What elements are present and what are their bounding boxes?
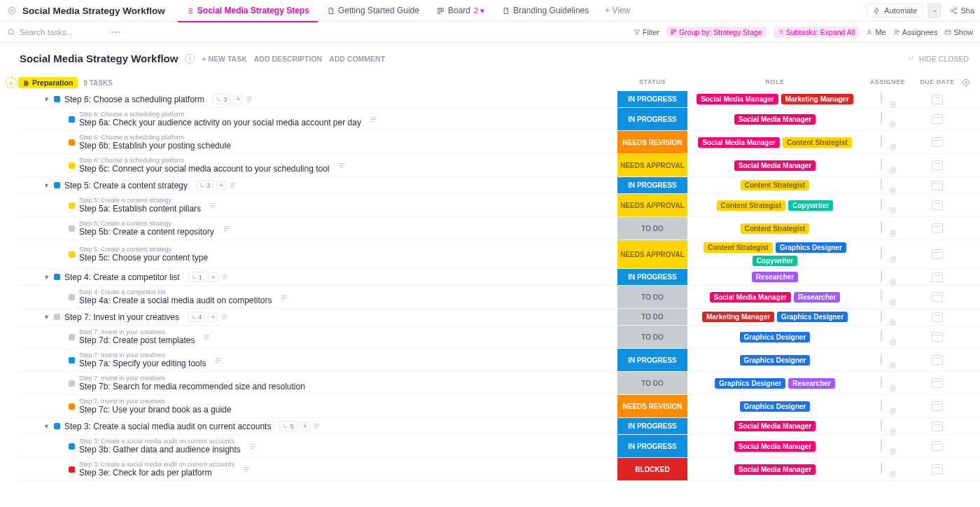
task-row[interactable]: ▼Step 5: Create a content strategy 3 + I…	[18, 177, 980, 194]
share-button[interactable]: Sha	[946, 6, 974, 15]
add-subtask-button[interactable]: +	[208, 312, 218, 322]
assignee-placeholder-icon[interactable]: +	[881, 247, 895, 261]
assignee-placeholder-icon[interactable]: +	[881, 330, 895, 344]
assignee-placeholder-icon[interactable]: +	[881, 221, 895, 235]
task-main-cell[interactable]: Step 5: Create a content strategy Step 5…	[18, 194, 617, 216]
description-icon[interactable]	[249, 443, 257, 450]
description-icon[interactable]	[243, 466, 251, 473]
assignee-placeholder-icon[interactable]: +	[881, 399, 895, 413]
due-date-cell[interactable]	[913, 435, 962, 457]
assignee-cell[interactable]: +	[862, 326, 913, 348]
status-cell[interactable]: IN PROGRESS	[617, 435, 687, 457]
task-title[interactable]: Step 3: Create a social media audit on c…	[64, 422, 272, 431]
role-tag[interactable]: Graphics Designer	[740, 332, 811, 342]
role-tag[interactable]: Content Strategist	[741, 223, 810, 234]
status-cell[interactable]: IN PROGRESS	[617, 349, 687, 371]
due-date-cell[interactable]	[913, 240, 962, 268]
role-tag[interactable]: Social Media Manager	[734, 114, 816, 125]
automate-button[interactable]: Automate	[867, 4, 923, 18]
task-main-cell[interactable]: Step 7: Invest in your creatives Step 7b…	[18, 372, 617, 394]
calendar-icon[interactable]	[932, 114, 943, 124]
role-tag[interactable]: Copywriter	[788, 200, 833, 211]
due-date-cell[interactable]	[913, 177, 962, 193]
description-icon[interactable]	[203, 333, 211, 341]
description-icon[interactable]	[214, 356, 222, 364]
status-square-icon[interactable]	[69, 380, 75, 387]
add-subtask-button[interactable]: +	[300, 422, 310, 431]
status-square-icon[interactable]	[54, 96, 60, 102]
role-tag[interactable]: Researcher	[794, 292, 840, 303]
tab-social-media-strategy-steps[interactable]: Social Media Strategy Steps	[178, 0, 318, 22]
expand-caret-icon[interactable]: ▼	[43, 96, 50, 103]
task-main-cell[interactable]: ▼Step 5: Create a content strategy 3 +	[18, 177, 617, 193]
task-main-cell[interactable]: Step 7: Invest in your creatives Step 7c…	[18, 395, 617, 417]
assignee-placeholder-icon[interactable]: +	[881, 92, 895, 106]
status-cell[interactable]: NEEDS REVISION	[617, 131, 687, 153]
assignee-placeholder-icon[interactable]: +	[881, 419, 895, 433]
settings-icon[interactable]	[6, 4, 18, 17]
role-cell[interactable]: Social Media Manager	[687, 458, 862, 480]
task-main-cell[interactable]: Step 7: Invest in your creatives Step 7d…	[18, 326, 617, 348]
status-square-icon[interactable]	[69, 251, 75, 258]
calendar-icon[interactable]	[932, 332, 943, 342]
role-tag[interactable]: Content Strategist	[704, 242, 773, 253]
calendar-icon[interactable]	[932, 312, 943, 322]
due-date-cell[interactable]	[913, 269, 962, 285]
task-title[interactable]: Step 4: Create a competitor list	[64, 272, 180, 282]
expand-caret-icon[interactable]: ▼	[43, 423, 50, 430]
assignee-placeholder-icon[interactable]: +	[881, 198, 895, 212]
assignee-placeholder-icon[interactable]: +	[881, 179, 895, 193]
due-date-cell[interactable]	[913, 458, 962, 480]
assignee-cell[interactable]: +	[862, 435, 913, 457]
calendar-icon[interactable]	[932, 137, 943, 147]
status-cell[interactable]: IN PROGRESS	[617, 91, 687, 107]
assignee-placeholder-icon[interactable]: +	[881, 112, 895, 126]
assignee-cell[interactable]: +	[862, 418, 913, 434]
task-title[interactable]: Step 5a: Establish content pillars	[79, 204, 201, 214]
assignee-cell[interactable]: +	[862, 458, 913, 480]
task-main-cell[interactable]: Step 3: Create a social media audit on c…	[18, 435, 617, 457]
task-main-cell[interactable]: Step 6: Choose a scheduling platform Ste…	[18, 131, 617, 153]
description-icon[interactable]	[338, 162, 346, 169]
status-square-icon[interactable]	[69, 139, 75, 146]
expand-caret-icon[interactable]: ▼	[43, 274, 50, 281]
due-date-cell[interactable]	[913, 349, 962, 371]
role-cell[interactable]: Content StrategistGraphics DesignerCopyw…	[687, 240, 862, 268]
description-icon[interactable]	[223, 225, 230, 232]
task-title[interactable]: Step 7b: Search for media recommended si…	[79, 382, 305, 391]
assignee-placeholder-icon[interactable]: +	[881, 135, 895, 149]
add-description-button[interactable]: ADD DESCRIPTION	[254, 55, 322, 63]
subtask-row[interactable]: Step 5: Create a content strategy Step 5…	[18, 194, 980, 217]
calendar-icon[interactable]	[932, 160, 943, 170]
automate-dropdown[interactable]	[927, 3, 941, 18]
role-cell[interactable]: Graphics DesignerResearcher	[687, 372, 862, 394]
add-subtask-button[interactable]: +	[233, 95, 243, 104]
expand-caret-icon[interactable]: ▼	[43, 314, 50, 321]
task-title[interactable]: Step 4a: Create a social media audit on …	[79, 296, 272, 305]
role-cell[interactable]: Social Media Manager	[687, 108, 862, 130]
status-cell[interactable]: IN PROGRESS	[617, 418, 687, 434]
task-title[interactable]: Step 7d: Create post templates	[79, 335, 195, 345]
role-cell[interactable]: Social Media Manager	[687, 418, 862, 434]
task-main-cell[interactable]: Step 7: Invest in your creatives Step 7a…	[18, 349, 617, 371]
status-cell[interactable]: TO DO	[617, 372, 687, 394]
task-title[interactable]: Step 6b: Establish your posting schedule	[79, 141, 231, 151]
status-square-icon[interactable]	[69, 116, 75, 123]
subtask-row[interactable]: Step 5: Create a content strategy Step 5…	[18, 217, 980, 240]
calendar-icon[interactable]	[932, 95, 943, 104]
role-cell[interactable]: Content Strategist	[687, 217, 862, 239]
description-icon[interactable]	[370, 116, 377, 123]
description-icon[interactable]	[229, 181, 237, 189]
role-tag[interactable]: Graphics Designer	[740, 401, 811, 412]
new-task-button[interactable]: + NEW TASK	[202, 55, 246, 63]
calendar-icon[interactable]	[932, 223, 943, 233]
role-tag[interactable]: Marketing Manager	[781, 94, 853, 104]
description-icon[interactable]	[246, 95, 253, 103]
due-date-cell[interactable]	[913, 194, 962, 216]
task-title[interactable]: Step 7c: Use your brand book as a guide	[79, 405, 231, 415]
due-date-cell[interactable]	[913, 286, 962, 308]
add-subtask-button[interactable]: +	[209, 272, 218, 282]
description-icon[interactable]	[209, 202, 217, 209]
calendar-icon[interactable]	[932, 355, 943, 365]
task-main-cell[interactable]: Step 5: Create a content strategy Step 5…	[18, 240, 617, 268]
